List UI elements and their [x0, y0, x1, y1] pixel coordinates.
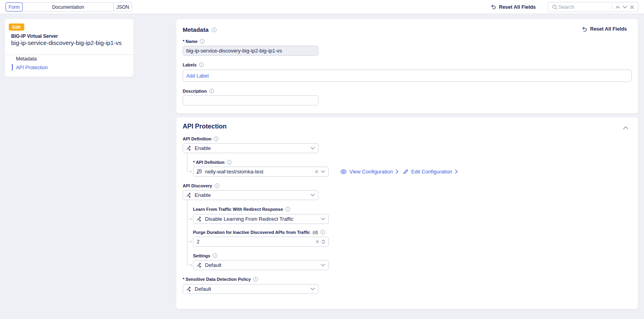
settings-label-text: Settings	[193, 253, 210, 258]
search-input[interactable]	[558, 4, 610, 10]
description-info-icon[interactable]	[209, 89, 214, 93]
learn-redirect-select[interactable]: Disable Learning From Redirect Traffic	[193, 214, 329, 224]
search-next-icon[interactable]	[621, 4, 628, 11]
api-definition-ref-info-icon[interactable]	[227, 160, 232, 165]
tab-documentation[interactable]: Documentation	[22, 2, 114, 12]
learn-redirect-label-text: Learn From Traffic With Redirect Respons…	[193, 207, 283, 212]
purge-duration-input[interactable]: 2	[193, 237, 329, 247]
sensitive-data-label-text: * Sensitive Data Detection Policy	[183, 277, 251, 282]
tree-connector	[187, 200, 187, 265]
description-input[interactable]	[186, 97, 315, 103]
name-input-value: big-ip-service-discovery-big-ip2-big-ip1…	[186, 48, 315, 54]
api-discovery-select[interactable]: Enable	[183, 190, 318, 200]
metadata-reset-label: Reset All Fields	[590, 26, 627, 32]
sidebar-divider	[5, 54, 133, 55]
sensitive-data-select[interactable]: Default	[183, 284, 318, 294]
api-discovery-label-text: API Discovery	[183, 183, 212, 188]
search-icon	[551, 4, 558, 11]
metadata-section: Metadata Reset All Fields * Name big-ip-…	[176, 19, 638, 113]
api-definition-ref-label-text: * API Definition	[193, 160, 224, 165]
api-discovery-info-icon[interactable]	[215, 183, 219, 188]
reset-icon	[582, 27, 587, 32]
view-configuration-link[interactable]: View Configuration	[340, 169, 398, 175]
tree-connector-dot	[190, 241, 192, 243]
sidebar-active-indicator	[12, 64, 13, 70]
tree-connector	[187, 153, 187, 171]
api-definition-ref-value: nelly-waf-test/slomka-test	[205, 169, 312, 175]
api-definition-ref-field-label: * API Definition	[193, 160, 232, 165]
search-divider	[612, 4, 612, 10]
tab-form[interactable]: Form	[6, 2, 23, 12]
sidebar-collapse-notch[interactable]	[11, 52, 15, 56]
api-protection-section: API Protection API Definition Enable	[176, 117, 638, 309]
chevron-down-icon	[310, 194, 315, 196]
view-tabs: Form Documentation JSON	[6, 2, 132, 12]
sidebar-item-metadata[interactable]: Metadata	[16, 56, 37, 62]
purge-duration-unit: (d)	[312, 230, 318, 235]
learn-redirect-info-icon[interactable]	[285, 207, 290, 212]
object-name: big-ip-service-discovery-big-ip2-big-ip1…	[11, 39, 122, 46]
learn-redirect-select-value: Disable Learning From Redirect Traffic	[205, 216, 318, 222]
metadata-info-icon[interactable]	[212, 27, 217, 32]
api-definition-select-value: Enable	[195, 145, 308, 151]
settings-info-icon[interactable]	[213, 253, 217, 258]
search-close-icon[interactable]	[628, 4, 636, 11]
chevron-right-icon	[455, 169, 458, 174]
purge-duration-info-icon[interactable]	[320, 230, 325, 235]
pencil-icon	[403, 169, 408, 174]
api-definition-ref-select[interactable]: nelly-waf-test/slomka-test	[193, 167, 329, 177]
name-label-text: * Name	[183, 39, 197, 44]
metadata-reset-all-fields-button[interactable]: Reset All Fields	[582, 26, 627, 32]
sidebar-item-api-protection[interactable]: API Protection	[16, 65, 48, 70]
api-protection-section-title: API Protection	[183, 123, 226, 130]
reset-all-fields-button[interactable]: Reset All Fields	[490, 4, 536, 10]
tree-connector-dot	[190, 171, 192, 173]
tree-connector-dot	[190, 218, 192, 220]
chevron-down-icon	[310, 288, 315, 290]
toolbar-right: Reset All Fields	[490, 0, 638, 14]
api-discovery-select-value: Enable	[195, 192, 308, 198]
edit-configuration-label: Edit Configuration	[411, 169, 452, 175]
chevron-right-icon	[396, 169, 398, 174]
labels-info-icon[interactable]	[199, 62, 204, 67]
description-input-wrap	[183, 95, 318, 105]
labels-input[interactable]: Add Label	[183, 70, 632, 82]
purge-duration-value: 2	[197, 239, 313, 245]
clear-icon[interactable]	[316, 240, 319, 243]
api-discovery-field-label: API Discovery	[183, 183, 219, 188]
learn-redirect-field-label: Learn From Traffic With Redirect Respons…	[193, 207, 290, 212]
name-info-icon[interactable]	[200, 39, 205, 44]
reset-all-fields-label: Reset All Fields	[499, 4, 536, 10]
chevron-down-icon	[310, 147, 315, 150]
app-root: Form Documentation JSON Reset All Fields	[0, 0, 644, 319]
reset-icon	[490, 4, 496, 10]
reference-icon	[197, 169, 202, 174]
chevron-down-icon	[321, 264, 325, 266]
tab-json[interactable]: JSON	[113, 2, 132, 12]
settings-select[interactable]: Default	[193, 260, 329, 270]
name-input: big-ip-service-discovery-big-ip2-big-ip1…	[183, 46, 318, 56]
collapse-section-icon[interactable]	[623, 126, 628, 130]
chevron-down-icon	[321, 170, 325, 173]
choice-icon	[197, 263, 202, 268]
object-type-title: BIG-IP Virtual Server	[11, 33, 58, 39]
edit-configuration-link[interactable]: Edit Configuration	[403, 169, 458, 175]
add-label-button[interactable]: Add Label	[186, 73, 209, 79]
api-definition-label-text: API Definition	[183, 136, 211, 141]
choice-icon	[197, 216, 202, 222]
search-box	[548, 2, 638, 12]
api-protection-title-text: API Protection	[183, 123, 226, 130]
object-summary-panel: Edit BIG-IP Virtual Server big-ip-servic…	[5, 19, 133, 77]
top-toolbar: Form Documentation JSON Reset All Fields	[0, 0, 644, 14]
api-definition-select[interactable]: Enable	[183, 143, 318, 153]
choice-icon	[186, 146, 191, 151]
api-definition-info-icon[interactable]	[214, 136, 219, 141]
sensitive-data-info-icon[interactable]	[253, 277, 258, 282]
number-stepper[interactable]	[322, 239, 325, 244]
clear-icon[interactable]	[315, 170, 318, 173]
tree-connector-dot	[190, 264, 192, 266]
chevron-down-icon	[321, 218, 325, 220]
purge-duration-field-label: Purge Duration for Inactive Discovered A…	[193, 230, 325, 235]
search-prev-icon[interactable]	[614, 4, 621, 11]
choice-icon	[186, 286, 191, 292]
